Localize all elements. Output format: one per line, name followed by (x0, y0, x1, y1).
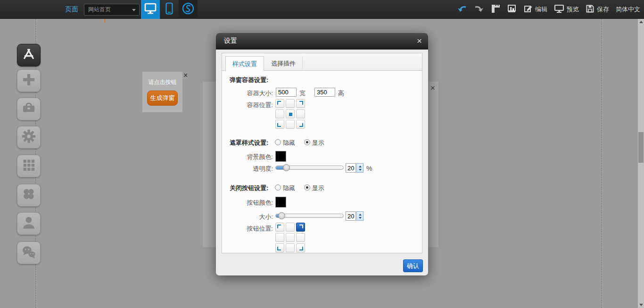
closebtn-show-radio[interactable] (304, 184, 310, 191)
position-cell-top[interactable] (286, 99, 295, 108)
position-cell-bottom[interactable] (286, 120, 295, 129)
mask-hide-radio[interactable] (275, 139, 281, 145)
container-position-grid (275, 99, 305, 129)
ruler-icon[interactable] (491, 4, 501, 16)
spinner-up-icon[interactable] (359, 214, 362, 216)
vertical-scrollbar[interactable] (638, 19, 644, 308)
position-cell-top-right[interactable] (296, 99, 305, 108)
opacity-slider-handle[interactable] (283, 164, 290, 171)
sidebar-item-settings[interactable] (17, 126, 41, 149)
modal-tabs-bar: 样式设置 选择插件 (222, 53, 422, 71)
position-cell-center[interactable] (286, 109, 295, 118)
position-cell-top-left[interactable] (275, 223, 284, 232)
position-cell-center[interactable] (286, 233, 295, 242)
page-select[interactable]: 网站首页 (84, 4, 140, 16)
sidebar-item-modules[interactable] (17, 155, 41, 177)
sidebar-item-design[interactable] (17, 44, 41, 67)
spinner-up-icon[interactable] (359, 166, 362, 167)
preview-button[interactable]: 预览 (554, 4, 579, 15)
container-height-input[interactable] (314, 88, 335, 97)
modal-header[interactable]: 设置 × (216, 33, 428, 50)
sidebar-item-add[interactable] (17, 69, 41, 92)
mobile-view-button[interactable] (160, 0, 179, 19)
scrollbar-thumb[interactable] (638, 132, 644, 163)
mask-hide-label[interactable]: 隐藏 (283, 139, 295, 147)
confirm-button[interactable]: 确认 (403, 259, 423, 272)
corner-bl-icon (277, 247, 281, 250)
link-tool-button[interactable] (179, 0, 198, 19)
sidebar-item-toolbox[interactable] (17, 98, 41, 120)
stats-icon[interactable] (507, 4, 517, 15)
spinner-down-icon[interactable] (359, 217, 362, 219)
closebtn-color-swatch[interactable] (275, 197, 286, 208)
size-slider-handle[interactable] (278, 212, 285, 219)
position-cell-left[interactable] (275, 109, 284, 118)
position-cell-bottom[interactable] (286, 243, 295, 252)
tab-style-settings[interactable]: 样式设置 (225, 56, 264, 71)
mask-section-title: 遮罩样式设置: (230, 139, 268, 147)
opacity-slider[interactable] (275, 166, 344, 170)
opacity-spinner[interactable] (356, 163, 363, 173)
toolbox-icon (20, 100, 37, 118)
corner-tl-icon (277, 101, 281, 105)
mask-color-swatch[interactable] (275, 151, 286, 162)
position-cell-top-right[interactable] (296, 223, 305, 232)
preview-close-icon[interactable]: × (430, 84, 435, 92)
page-label: 页面 (65, 5, 78, 14)
position-cell-bottom-right[interactable] (296, 243, 305, 252)
editor-app: 页面 网站首页 (0, 0, 644, 308)
closebtn-hide-label[interactable]: 隐藏 (283, 184, 295, 192)
position-cell-top-left[interactable] (275, 99, 284, 108)
undo-icon[interactable] (457, 4, 467, 15)
scroll-up-icon[interactable] (638, 19, 644, 25)
desktop-view-button[interactable] (141, 0, 160, 19)
closebtn-hide-radio[interactable] (275, 184, 281, 191)
tab-choose-plugin[interactable]: 选择插件 (264, 56, 303, 71)
mask-show-radio[interactable] (304, 139, 310, 145)
modal-title: 设置 (224, 37, 237, 45)
language-label: 简体中文 (616, 5, 640, 14)
corner-br-icon (299, 123, 303, 127)
language-switch[interactable]: 简体中文 (616, 5, 640, 14)
position-cell-left[interactable] (275, 233, 284, 242)
opacity-label: 透明度: (222, 165, 273, 173)
position-cell-bottom-right[interactable] (296, 120, 305, 129)
redo-icon[interactable] (474, 4, 484, 15)
closebtn-position-grid (275, 223, 305, 252)
closebtn-size-slider[interactable] (275, 214, 344, 218)
s-link-icon (182, 2, 195, 17)
sidebar-item-user[interactable] (17, 212, 41, 235)
closebtn-size-input[interactable] (346, 211, 356, 221)
style-settings-panel: 弹窗容器设置: 容器大小: 宽 高 容器位置: 遮罩样式设置: 隐藏 (222, 70, 422, 253)
position-cell-bottom-left[interactable] (275, 120, 284, 129)
position-cell-top[interactable] (286, 223, 295, 232)
height-unit-label: 高 (338, 89, 344, 98)
close-section-title: 关闭按钮设置: (230, 184, 268, 192)
scroll-down-icon[interactable] (638, 302, 644, 308)
edit-button[interactable]: 编辑 (524, 4, 547, 15)
sidebar-item-plugins[interactable] (17, 184, 41, 207)
closebtn-color-label: 按钮颜色: (222, 199, 273, 207)
grid-icon (21, 157, 37, 175)
position-cell-right[interactable] (296, 233, 305, 242)
generate-popup-button[interactable]: 生成弹窗 (147, 91, 178, 106)
user-icon (21, 215, 37, 233)
position-cell-right[interactable] (296, 109, 305, 118)
corner-bl-icon (277, 123, 281, 127)
save-button[interactable]: 保存 (586, 4, 609, 15)
corner-br-icon (299, 247, 303, 250)
mask-show-label[interactable]: 显示 (312, 139, 324, 147)
spinner-down-icon[interactable] (359, 169, 362, 171)
container-width-input[interactable] (276, 88, 297, 97)
position-cell-bottom-left[interactable] (275, 243, 284, 252)
toolbar-right-group: 编辑 预览 保存 简体中文 (457, 0, 640, 19)
sidebar-item-wechat[interactable] (17, 241, 41, 264)
size-spinner[interactable] (356, 211, 363, 221)
closebtn-show-label[interactable]: 显示 (312, 184, 324, 192)
save-label: 保存 (597, 5, 609, 14)
opacity-value-input[interactable] (346, 163, 356, 173)
container-size-label: 容器大小: (222, 89, 273, 98)
widget-close-icon[interactable]: × (183, 72, 188, 79)
modal-close-icon[interactable]: × (417, 36, 422, 46)
settings-modal: 设置 × 样式设置 选择插件 弹窗容器设置: 容器大小: 宽 高 容器位置: (216, 33, 428, 275)
